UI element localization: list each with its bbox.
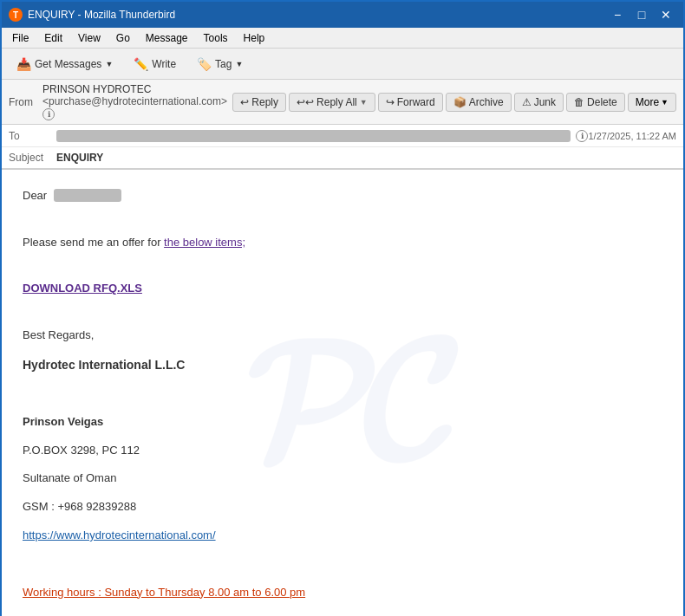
address1: P.O.BOX 3298, PC 112 (23, 442, 662, 460)
archive-icon: 📦 (453, 96, 466, 108)
email-action-toolbar: From PRINSON HYDROTEC <purchase@hydrotec… (2, 80, 683, 125)
menu-edit[interactable]: Edit (37, 30, 69, 46)
write-button[interactable]: ✏️ Write (126, 54, 184, 75)
from-label: From (9, 96, 39, 108)
to-label: To (9, 130, 56, 142)
delete-icon: 🗑 (574, 96, 584, 108)
working-hours-line: Working hours : Sunday to Thursday 8.00 … (23, 584, 662, 602)
delete-button[interactable]: 🗑 Delete (566, 93, 625, 112)
email-body: 𝓟𝓒 Dear ████████ Please send me an offer… (2, 170, 683, 616)
toolbar: 📥 Get Messages ▼ ✏️ Write 🏷️ Tag ▼ (2, 49, 683, 80)
menu-message[interactable]: Message (139, 30, 195, 46)
download-rfq-link[interactable]: DOWNLOAD RFQ.XLS (23, 282, 142, 295)
action-buttons: ↩ Reply ↩↩ Reply All ▼ ↪ Forward 📦 Archi… (232, 93, 676, 112)
website-line: https://www.hydrotecinternational.com/ (23, 527, 662, 545)
menu-help[interactable]: Help (237, 30, 272, 46)
junk-button[interactable]: ⚠ Junk (514, 93, 564, 112)
regards-section: Best Regards, (23, 308, 662, 345)
window-title: ENQUIRY - Mozilla Thunderbird (28, 9, 175, 21)
subject-label: Subject (9, 152, 56, 164)
salutation-line: Dear ████████ (23, 187, 662, 205)
menu-tools[interactable]: Tools (197, 30, 235, 46)
menu-go[interactable]: Go (109, 30, 137, 46)
title-bar: T ENQUIRY - Mozilla Thunderbird − □ ✕ (2, 2, 683, 28)
write-icon: ✏️ (134, 57, 148, 71)
forward-icon: ↪ (386, 96, 395, 108)
reply-all-icon: ↩↩ (297, 96, 314, 108)
working-hours-text: Working hours : Sunday to Thursday 8.00 … (23, 586, 305, 599)
maximize-button[interactable]: □ (631, 6, 652, 23)
email-content: Dear ████████ Please send me an offer fo… (23, 187, 662, 601)
main-window: T ENQUIRY - Mozilla Thunderbird − □ ✕ Fi… (0, 0, 685, 616)
from-value: PRINSON HYDROTEC <purchase@hydrotecinter… (42, 83, 229, 120)
subject-row: Subject ENQUIRY (2, 147, 683, 170)
menu-file[interactable]: File (5, 30, 36, 46)
get-messages-button[interactable]: 📥 Get Messages ▼ (9, 54, 121, 75)
reply-all-button[interactable]: ↩↩ Reply All ▼ (289, 93, 375, 112)
gsm-line: GSM : +968 92839288 (23, 498, 662, 516)
more-chevron-icon: ▼ (661, 98, 669, 107)
contact-info-icon[interactable]: ℹ (42, 108, 55, 120)
app-icon: T (9, 8, 23, 22)
get-messages-icon: 📥 (16, 57, 31, 71)
below-items-link[interactable]: the below items; (164, 236, 245, 249)
junk-icon: ⚠ (522, 96, 532, 108)
reply-all-chevron: ▼ (360, 98, 368, 107)
reply-icon: ↩ (240, 96, 249, 108)
to-row: To ℹ 1/27/2025, 11:22 AM (2, 125, 683, 147)
body-line1: Please send me an offer for the below it… (23, 216, 662, 252)
company-name: Hydrotec International L.L.C (23, 355, 662, 374)
title-bar-left: T ENQUIRY - Mozilla Thunderbird (9, 8, 175, 22)
minimize-button[interactable]: − (607, 6, 628, 23)
subject-value: ENQUIRY (56, 152, 103, 164)
archive-button[interactable]: 📦 Archive (446, 93, 512, 112)
tag-icon: 🏷️ (197, 57, 212, 71)
menu-bar: File Edit View Go Message Tools Help (2, 28, 683, 49)
email-date: 1/27/2025, 11:22 AM (588, 131, 676, 141)
forward-button[interactable]: ↪ Forward (378, 93, 443, 112)
address2: Sultanate of Oman (23, 470, 662, 488)
reply-button[interactable]: ↩ Reply (232, 93, 286, 112)
window-controls: − □ ✕ (607, 6, 676, 23)
close-button[interactable]: ✕ (656, 6, 676, 23)
website-link[interactable]: https://www.hydrotecinternational.com/ (23, 528, 216, 541)
more-button[interactable]: More ▼ (628, 93, 676, 112)
contact-name: Prinson Veigas (23, 413, 662, 431)
to-value (56, 130, 571, 142)
download-section: DOWNLOAD RFQ.XLS (23, 262, 662, 298)
tag-button[interactable]: 🏷️ Tag ▼ (189, 54, 251, 75)
menu-view[interactable]: View (71, 30, 108, 46)
recipient-name-blurred: ████████ (54, 189, 121, 202)
to-contact-icon[interactable]: ℹ (576, 130, 588, 142)
